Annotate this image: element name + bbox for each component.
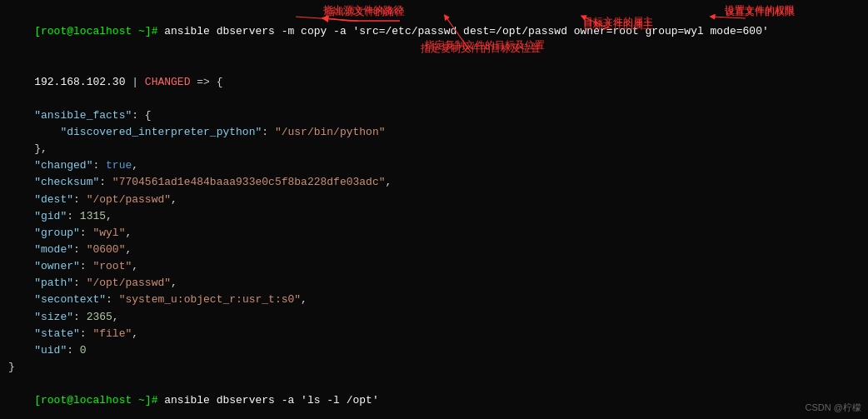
prompt-1: [root@localhost ~]#	[34, 25, 164, 37]
output-line-13: "path": "/opt/passwd",	[8, 275, 860, 292]
json-value: 0	[80, 344, 87, 357]
json-value: "/usr/bin/python"	[275, 126, 386, 138]
changed-status-1: CHANGED	[145, 76, 191, 88]
json-value: "0600"	[87, 243, 126, 256]
json-key: "changed"	[34, 159, 92, 172]
output-line-3: "ansible_facts": {	[8, 107, 860, 124]
json-key: "size"	[34, 311, 73, 323]
json-key: "owner"	[34, 260, 80, 272]
json-key: "gid"	[34, 210, 67, 222]
output-line-8: "dest": "/opt/passwd",	[8, 192, 860, 208]
output-line-16: "state": "file",	[8, 326, 860, 342]
json-value: "7704561ad1e484baaa933e0c5f8ba228dfe03ad…	[112, 176, 386, 188]
output-line-17: "uid": 0	[8, 342, 860, 359]
command-line-1: [root@localhost ~]# ansible dbservers -m…	[8, 7, 860, 57]
output-line-9: "gid": 1315,	[8, 208, 860, 225]
json-key: "secontext"	[34, 293, 106, 306]
output-changed-1: 192.168.102.30 | CHANGED => {	[8, 57, 860, 107]
output-line-12: "owner": "root",	[8, 258, 860, 275]
output-line-14: "secontext": "system_u:object_r:usr_t:s0…	[8, 292, 860, 308]
output-line-6: "changed": true,	[8, 157, 860, 174]
json-value: true	[106, 159, 132, 172]
output-line-5: },	[8, 141, 860, 157]
json-key: "group"	[34, 227, 80, 239]
ip-address-1: 192.168.102.30	[34, 76, 125, 88]
json-key: "uid"	[34, 344, 67, 357]
json-key: "dest"	[34, 193, 73, 206]
json-value: "root"	[92, 260, 132, 272]
json-value: 2365	[87, 311, 112, 323]
json-value: "system_u:object_r:usr_t:s0"	[119, 293, 301, 306]
output-line-15: "size": 2365,	[8, 309, 860, 326]
prompt-2: [root@localhost ~]#	[34, 394, 164, 407]
json-key: "discovered_interpreter_python"	[60, 126, 262, 138]
json-key: "ansible_facts"	[34, 109, 132, 122]
cmd-2: ansible dbservers -a 'ls -l /opt'	[164, 394, 378, 407]
command-line-2: [root@localhost ~]# ansible dbservers -a…	[8, 376, 860, 419]
json-value: "file"	[92, 327, 132, 340]
cmd-1: ansible dbservers -m copy -a 'src=/etc/p…	[164, 25, 769, 37]
watermark: CSDN @柠檬	[806, 402, 861, 414]
output-line-18: }	[8, 359, 860, 376]
output-line-11: "mode": "0600",	[8, 242, 860, 258]
json-value: 1315	[80, 210, 106, 222]
output-line-7: "checksum": "7704561ad1e484baaa933e0c5f8…	[8, 174, 860, 191]
output-line-10: "group": "wyl",	[8, 225, 860, 242]
json-value: "wyl"	[92, 227, 125, 239]
json-key: "mode"	[34, 243, 73, 256]
terminal: [root@localhost ~]# ansible dbservers -m…	[0, 0, 868, 419]
json-value: "/opt/passwd"	[87, 193, 171, 206]
output-line-4: "discovered_interpreter_python": "/usr/b…	[8, 124, 860, 141]
json-key: "checksum"	[34, 176, 99, 188]
json-value: "/opt/passwd"	[87, 277, 171, 289]
json-key: "path"	[34, 277, 73, 289]
json-key: "state"	[34, 327, 80, 340]
